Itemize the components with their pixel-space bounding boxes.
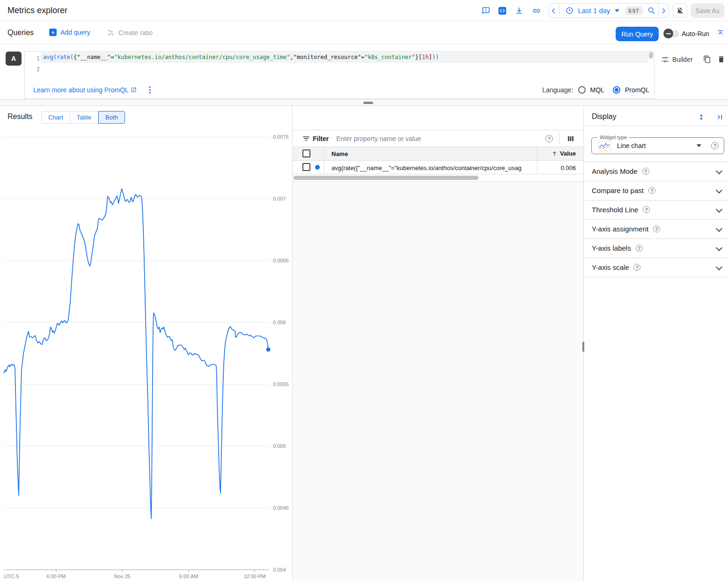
display-section-threshold-line[interactable]: Threshold Line? [584,201,728,220]
download-icon[interactable] [515,7,523,15]
reorder-panel-icon[interactable] [698,113,705,121]
section-help-icon[interactable]: ? [642,168,649,175]
page-title: Metrics explorer [7,6,67,15]
language-mql-label: MQL [590,86,604,94]
save-as-button[interactable]: Save As [691,3,724,18]
time-range-label: Last 1 day [578,7,610,15]
svg-text:0.0055: 0.0055 [273,381,289,387]
query-letter-badge: A [6,52,22,66]
feedback-icon[interactable] [482,7,490,15]
builder-button[interactable]: Builder [661,55,693,64]
language-radio-mql[interactable] [578,86,586,94]
svg-text:6:00 AM: 6:00 AM [179,574,198,579]
divider [537,161,537,174]
caret-down-icon [697,144,701,147]
section-help-icon[interactable]: ? [648,187,655,194]
divider [324,161,324,174]
queries-section-title: Queries [7,29,34,37]
display-section-compare-to-past[interactable]: Compare to past? [584,181,728,201]
time-back-button[interactable] [549,4,559,17]
section-label: Y-axis labels [592,244,631,252]
chevron-down-icon [716,187,722,194]
chevron-down-icon [716,245,722,251]
row-value: 0.006 [560,164,576,171]
promql-code-line[interactable]: avg(rate({"__name__"="kubernetes.io/anth… [43,54,439,60]
time-range-control: Last 1 day EST [549,3,669,18]
display-section-y-axis-assignment[interactable]: Y-axis assignment? [584,220,728,239]
svg-text:UTC-5: UTC-5 [4,574,19,579]
add-query-button[interactable]: + Add query [49,29,90,36]
caret-down-icon [615,9,619,12]
auto-run-label: Auto-Run [682,30,709,37]
duplicate-query-icon[interactable] [703,55,711,63]
bell-off-icon [676,7,684,15]
section-label: Threshold Line [592,206,638,214]
chevron-down-icon [716,225,722,232]
section-label: Analysis Mode [592,167,638,175]
widget-type-help-icon[interactable]: ? [711,142,719,149]
svg-text:Nov 25: Nov 25 [114,574,131,579]
query-options-kebab-icon[interactable] [149,86,151,94]
divider [324,147,324,161]
collapse-panel-icon[interactable] [716,113,724,121]
widget-type-legend: Widget type [597,134,629,140]
column-header-value[interactable]: Value [552,150,576,157]
row-checkbox[interactable] [302,163,310,171]
svg-text:6:00 PM: 6:00 PM [47,574,66,579]
table-empty-area [293,182,583,581]
time-zoom-button[interactable] [645,4,658,17]
delete-query-icon[interactable] [717,55,725,63]
learn-more-link[interactable]: Learn more about using PromQL [33,86,137,94]
divider [537,147,537,161]
section-help-icon[interactable]: ? [653,225,660,232]
share-link-icon[interactable] [532,7,541,15]
auto-run-toggle-knob[interactable] [663,29,673,38]
create-ratio-button[interactable]: Create ratio [107,29,153,37]
code-editor-icon[interactable] [498,7,507,15]
collapse-all-icon[interactable] [717,30,724,37]
line-number: 1 [29,55,40,62]
chevron-down-icon [716,264,722,270]
plus-icon: + [49,29,57,36]
column-header-name[interactable]: Name [331,150,348,157]
run-query-button[interactable]: Run Query [616,27,659,41]
svg-text:0.006: 0.006 [273,320,286,325]
table-filter-bar[interactable]: Filter Enter property name or value ? [293,130,583,147]
alerting-off-button[interactable] [673,3,687,18]
display-section-y-axis-scale[interactable]: Y-axis scale? [584,258,728,277]
chevron-down-icon [716,206,722,213]
timezone-badge[interactable]: EST [625,7,643,15]
time-range-selector[interactable]: Last 1 day [559,4,625,17]
splitter-drag-handle[interactable] [363,102,373,104]
section-help-icon[interactable]: ? [643,206,650,213]
clock-icon [566,7,574,15]
table-row[interactable]: avg(rate({"__name__"="kubernetes.io/anth… [293,161,583,174]
editor-scrollbar-thumb[interactable] [649,52,653,59]
language-radio-promql[interactable] [613,86,620,94]
section-help-icon[interactable]: ? [636,245,643,252]
chevron-down-icon [716,168,722,174]
section-label: Compare to past [592,186,644,194]
filter-help-icon[interactable]: ? [545,135,553,142]
builder-label: Builder [672,56,693,63]
display-section-y-axis-labels[interactable]: Y-axis labels? [584,239,728,258]
widget-type-select[interactable]: Widget type Line chart ? [591,137,724,154]
language-promql-label: PromQL [625,86,649,94]
divider [584,126,728,126]
line-chart-icon [598,141,611,151]
svg-text:0.0045: 0.0045 [273,505,289,511]
svg-text:0.004: 0.004 [273,567,286,573]
merge-icon [107,29,115,37]
line-chart[interactable]: 0.00750.0070.00650.0060.00550.0050.00450… [0,106,292,581]
filter-input-placeholder[interactable]: Enter property name or value [336,135,421,142]
svg-text:0.0065: 0.0065 [273,258,289,263]
panel-resize-handle[interactable] [582,342,584,352]
language-label: Language: [542,86,573,94]
select-all-checkbox[interactable] [302,149,310,157]
editor-footer: Learn more about using PromQL Language: … [24,81,654,99]
time-forward-button[interactable] [659,4,669,17]
section-help-icon[interactable]: ? [633,264,640,271]
column-settings-icon[interactable] [566,134,575,143]
display-section-analysis-mode[interactable]: Analysis Mode? [584,162,728,181]
table-horizontal-scrollbar[interactable] [294,176,478,180]
